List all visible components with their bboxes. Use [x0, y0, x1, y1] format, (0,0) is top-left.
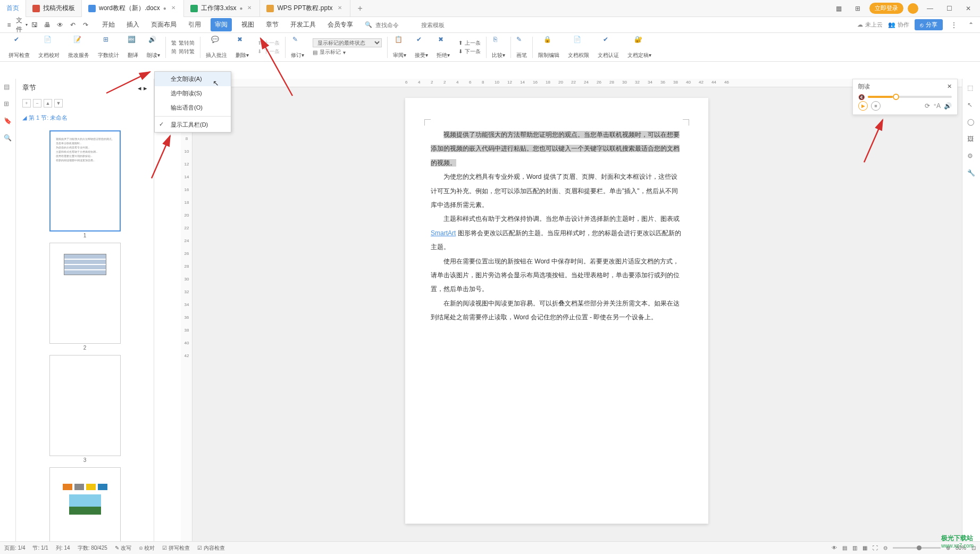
page[interactable]: 视频提供了功能强大的方法帮助您证明您的观点。当您单击联机视频时，可以在想要添加的… — [405, 98, 708, 524]
tab-start[interactable]: 开始 — [100, 18, 117, 31]
coop-button[interactable]: 👥协作 — [888, 21, 909, 29]
tab-insert[interactable]: 插入 — [124, 18, 141, 31]
status-rewrite[interactable]: ✎ 改写 — [115, 544, 131, 552]
tab-template[interactable]: 找稿壳模板 — [26, 0, 82, 17]
close-icon[interactable]: ✕ — [246, 5, 253, 12]
apps-icon[interactable]: ⊞ — [850, 1, 865, 16]
show-marks-button[interactable]: ▤显示标记▾ — [313, 48, 346, 56]
grid-icon[interactable]: ▦ — [831, 1, 846, 16]
speaker-icon[interactable]: 🔊 — [944, 102, 952, 110]
tab-home[interactable]: 首页 — [0, 0, 26, 17]
tab-layout[interactable]: 页面布局 — [149, 18, 179, 31]
ribbon-prev-change[interactable]: ⬆上一条 — [458, 39, 481, 47]
ribbon-restrict[interactable]: 🔒限制编辑 — [534, 35, 564, 60]
view-outline-icon[interactable]: ▦ — [862, 545, 867, 551]
track-mode-select[interactable]: 显示标记的最终状态 — [313, 38, 382, 47]
print-icon[interactable]: 🖶 — [41, 19, 53, 31]
paragraph[interactable]: 使用在需要位置出现的新按钮在 Word 中保存时间。若要更改图片适应文档的方式，… — [431, 254, 683, 296]
ribbon-auth[interactable]: ✔文档认证 — [593, 35, 623, 60]
nav-move-up[interactable]: ▲ — [44, 99, 52, 108]
view-print-icon[interactable]: ▤ — [842, 545, 847, 551]
ribbon-lock[interactable]: 🔐文档定稿▾ — [623, 35, 656, 60]
close-icon[interactable]: ✕ — [170, 5, 177, 12]
status-proof[interactable]: ⊙ 校对 — [139, 544, 155, 552]
new-tab-button[interactable]: + — [350, 4, 370, 13]
selected-text[interactable]: 视频提供了功能强大的方法帮助您证明您的观点。当您单击联机视频时，可以在想要添加的… — [431, 131, 680, 167]
ribbon-read[interactable]: 🔊朗读▾ — [143, 35, 164, 60]
tab-word-doc[interactable]: word教程（新）.docx ● ✕ — [82, 0, 184, 17]
dropdown-output-audio[interactable]: 输出语音(O) — [155, 101, 231, 115]
text-size-icon[interactable]: ⁺A — [933, 102, 941, 110]
smartart-link[interactable]: SmartArt — [431, 229, 456, 237]
nav-del-section[interactable]: − — [33, 99, 41, 108]
status-words[interactable]: 字数: 80/425 — [78, 544, 107, 552]
tab-member[interactable]: 会员专享 — [325, 18, 355, 31]
more-icon[interactable]: ⋮ — [948, 19, 960, 31]
share-button[interactable]: ⎋分享 — [915, 19, 943, 30]
nav-prev-icon[interactable]: ◂ — [138, 84, 141, 92]
nav-next-icon[interactable]: ▸ — [144, 84, 147, 92]
paragraph[interactable]: 主题和样式也有助于文档保持协调。当您单击设计并选择新的主题时，图片、图表或 Sm… — [431, 212, 683, 254]
ribbon-trad-simp[interactable]: 繁繁转简 — [171, 39, 195, 47]
view-read-icon[interactable]: 👁 — [832, 545, 837, 551]
stop-button[interactable]: ■ — [871, 101, 881, 111]
horizontal-ruler[interactable]: 6422468101214161820222426283032343638404… — [192, 79, 962, 87]
paragraph[interactable]: 在新的阅读视图中阅读更加容易。可以折叠文档某些部分并关注所需文本。如果在达到结尾… — [431, 296, 683, 325]
maximize-button[interactable]: ☐ — [942, 1, 957, 16]
minimize-button[interactable]: — — [923, 1, 937, 16]
login-button[interactable]: 立即登录 — [869, 3, 903, 14]
ribbon-track[interactable]: ✎修订▾ — [287, 35, 308, 60]
settings-icon[interactable]: ⚙ — [967, 152, 976, 161]
zoom-slider[interactable] — [893, 547, 941, 549]
vertical-ruler[interactable]: 24681012141618202224262830323436384042 — [181, 87, 192, 541]
status-page[interactable]: 页面: 1/4 — [4, 544, 25, 552]
nav-move-down[interactable]: ▼ — [54, 99, 63, 108]
dropdown-read-all[interactable]: 全文朗读(A) — [155, 72, 231, 86]
style-icon[interactable]: ⬚ — [967, 84, 976, 93]
tab-references[interactable]: 引用 — [186, 18, 203, 31]
zoom-out-icon[interactable]: ⊖ — [883, 545, 887, 551]
ribbon-compare[interactable]: ⎘比较▾ — [488, 35, 509, 60]
volume-slider[interactable] — [868, 96, 952, 98]
ribbon-simp-trad[interactable]: 简简转繁 — [171, 48, 195, 55]
paragraph[interactable]: 为使您的文档具有专业外观，Word 提供了页眉、页脚、封面和文本框设计，这些设计… — [431, 170, 683, 212]
avatar[interactable] — [908, 3, 918, 14]
ribbon-pen[interactable]: ✎画笔 — [512, 35, 531, 60]
tools-icon[interactable]: 🔧 — [967, 169, 976, 178]
close-button[interactable]: ✕ — [961, 1, 976, 16]
select-icon[interactable]: ↖ — [967, 101, 976, 110]
file-menu[interactable]: 文件▾ — [16, 19, 28, 31]
save-icon[interactable]: 🖫 — [29, 19, 40, 31]
outline-item[interactable]: ◢第 1 节: 未命名 — [16, 110, 154, 126]
tab-review[interactable]: 审阅 — [211, 18, 232, 31]
view-web-icon[interactable]: ▥ — [852, 545, 857, 551]
shape-icon[interactable]: ◯ — [967, 118, 976, 127]
ribbon-doccheck[interactable]: 📄文档校对 — [34, 35, 64, 60]
speed-icon[interactable]: ⟳ — [925, 102, 930, 110]
search-template-input[interactable] — [421, 22, 464, 28]
ribbon-comment[interactable]: 💬插入批注 — [202, 35, 231, 60]
collapse-icon[interactable]: ⌃ — [965, 19, 977, 31]
bookmark-icon[interactable]: 🔖 — [4, 117, 12, 126]
nav-add-section[interactable]: + — [22, 99, 31, 108]
ribbon-accept[interactable]: ✔接受▾ — [411, 35, 432, 60]
sections-icon[interactable]: ⊞ — [4, 100, 12, 109]
ribbon-spellcheck[interactable]: ✔拼写检查 — [4, 35, 34, 60]
tab-dev[interactable]: 开发工具 — [288, 18, 318, 31]
status-content[interactable]: ☑ 内容检查 — [197, 544, 225, 552]
cloud-status[interactable]: ☁未上云 — [857, 21, 883, 29]
search-icon[interactable]: 🔍 — [4, 134, 12, 143]
tab-excel[interactable]: 工作簿3.xlsx ● ✕ — [184, 0, 261, 17]
print-preview-icon[interactable]: 👁 — [54, 19, 66, 31]
ribbon-review[interactable]: 📋审阅▾ — [389, 35, 411, 60]
dropdown-show-toolbar[interactable]: ✓显示工具栏(D) — [155, 118, 231, 132]
ribbon-translate[interactable]: 🔤翻译 — [123, 35, 143, 60]
undo-icon[interactable]: ↶ — [67, 19, 79, 31]
ribbon-reject[interactable]: ✖拒绝▾ — [432, 35, 454, 60]
close-icon[interactable]: ✕ — [336, 5, 344, 12]
menu-icon[interactable]: ≡ — [3, 19, 15, 31]
page-thumb-1[interactable]: 视频提供了功能强大的方法帮助您证明您的观点。当您单击联机视频时...为使您的文档… — [49, 130, 121, 231]
play-button[interactable]: ▶ — [858, 101, 868, 111]
page-thumb-2[interactable] — [49, 243, 121, 344]
ribbon-wordcount[interactable]: ⊞字数统计 — [94, 35, 123, 60]
